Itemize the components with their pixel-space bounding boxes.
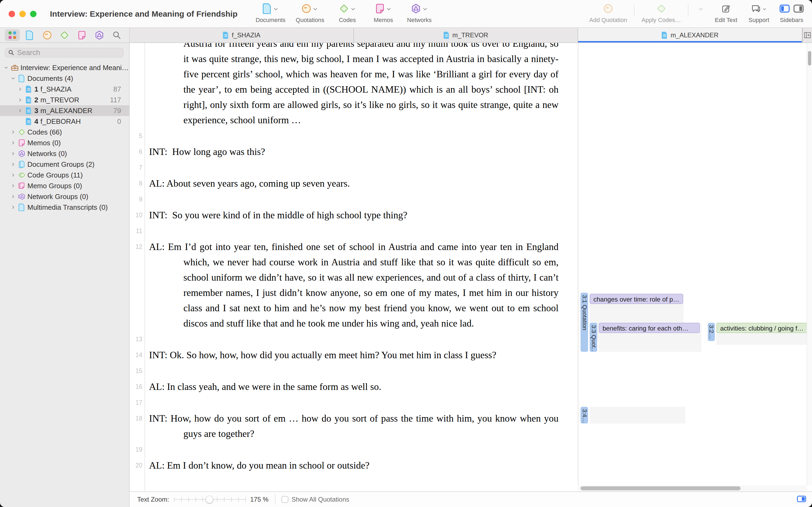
paragraph: 10INT: So you were kind of in the middle… [130, 208, 578, 223]
tab-label: m_ALEXANDER [671, 32, 718, 39]
memos-sidebar-tab-button[interactable] [74, 29, 90, 41]
document-group-icon [17, 161, 27, 168]
memos-button-label: Memos [374, 17, 393, 23]
split-view-button[interactable] [802, 28, 812, 43]
tree-item-memo-groups[interactable]: Memo Groups (0) [0, 180, 129, 191]
tree-item-document-groups[interactable]: Document Groups (2) [0, 159, 129, 170]
document-text-icon [661, 32, 668, 39]
show-all-quotations-checkbox[interactable] [281, 496, 288, 503]
tree-item-networks[interactable]: Networks (0) [0, 148, 129, 159]
quotation-count: 117 [110, 96, 129, 104]
split-editor-icon [803, 31, 811, 39]
vertical-scrollbar-thumb[interactable] [808, 51, 811, 65]
toolbar: Interview: Experience and Meaning of Fri… [0, 0, 812, 28]
code-diamond-icon [339, 3, 349, 15]
quotation-icon: ” [43, 31, 52, 40]
tab-f-shazia[interactable]: f_SHAZIA [130, 28, 354, 43]
paragraph: 7 [130, 160, 578, 175]
right-sidebar-toggle[interactable] [794, 5, 804, 14]
documents-button-label: Documents [255, 17, 285, 23]
doc-number: 4 [35, 117, 38, 126]
svg-text:”: ” [45, 32, 48, 39]
left-sidebar-toggle[interactable] [779, 5, 790, 14]
tab-m-trevor[interactable]: m_TREVOR [354, 28, 578, 43]
tree-item-code-groups[interactable]: Code Groups (11) [0, 170, 129, 180]
documents-sidebar-tab-button[interactable] [22, 29, 37, 41]
tab-m-alexander[interactable]: m_ALEXANDER [578, 28, 802, 43]
paragraph: 12AL: Em I’d got into year ten, finished… [130, 239, 578, 331]
chevron-right-icon [11, 183, 15, 188]
quotations-sidebar-tab-button[interactable]: ” [40, 29, 55, 41]
doc-name: f_DEBORAH [40, 117, 80, 126]
codes-button[interactable]: Codes [335, 2, 360, 23]
add-quotation-button[interactable]: ” Add Quotation [589, 2, 627, 23]
tree-item-doc-2[interactable]: 2 m_TREVOR 117 [0, 95, 129, 105]
apply-codes-button[interactable]: Apply Codes… [641, 2, 681, 23]
search-input[interactable] [17, 48, 120, 57]
codes-sidebar-tab-button[interactable] [57, 29, 72, 41]
tab-strip: ” f_SHAZIA m_TREVOR [0, 28, 812, 43]
toolbar-right-group: ” Add Quotation Apply Codes… [589, 2, 805, 23]
quotations-button-label: Quotations [296, 17, 324, 23]
chevron-down-icon [422, 6, 428, 12]
sidebars-button: Sidebars [779, 2, 805, 23]
show-all-quotations-label: Show All Quotations [292, 496, 349, 503]
edit-text-button[interactable]: Edit Text [713, 2, 739, 23]
tree-item-doc-4[interactable]: 4 f_DEBORAH 0 [0, 116, 129, 127]
document-icon [26, 30, 34, 40]
quotations-button[interactable]: ” Quotations [296, 2, 324, 23]
memos-button[interactable]: Memos [370, 2, 396, 23]
chevron-down-icon [273, 6, 279, 12]
tree-item-project[interactable]: Interview: Experience and Meaning… [0, 62, 129, 73]
horizontal-scrollbar-thumb[interactable] [581, 486, 741, 490]
code-label-changes-over-time[interactable]: changes over time: role of p… [590, 294, 683, 304]
toolbar-separator [688, 4, 689, 16]
networks-sidebar-tab-button[interactable] [92, 29, 107, 41]
paragraph: 8AL: About seven years ago, coming up se… [130, 176, 578, 191]
paragraph: 13 [130, 332, 578, 347]
chevron-right-icon [11, 194, 15, 199]
tree-item-codes[interactable]: Codes (66) [0, 127, 129, 137]
document-text-icon [223, 32, 229, 39]
network-icon [95, 30, 104, 40]
project-explorer-tab-button[interactable] [5, 29, 20, 41]
project-explorer-sidebar: Interview: Experience and Meaning… Docum… [0, 43, 130, 507]
toolbar-left-group: Documents ” Quotations Codes [255, 2, 432, 23]
slider-knob[interactable] [206, 496, 213, 503]
tree-item-label: Multimedia Transcripts (0) [27, 203, 108, 212]
search-sidebar-tab-button[interactable] [109, 29, 124, 41]
doc-number: 1 [35, 85, 38, 94]
documents-button[interactable]: Documents [255, 2, 285, 23]
zoom-window-button[interactable] [30, 11, 37, 17]
document-icon [263, 3, 272, 15]
paragraph: Austria for fifteen years and em my pare… [130, 43, 578, 128]
apply-codes-dropdown-button[interactable] [695, 2, 706, 23]
quotation-bar-3-4[interactable]: 3:4… [581, 407, 588, 424]
tree-item-documents[interactable]: Documents (4) [0, 73, 129, 84]
tree-item-doc-1[interactable]: 1 f_SHAZIA 87 [0, 84, 129, 95]
doc-number: 3 [35, 107, 38, 115]
text-zoom-slider[interactable] [174, 496, 246, 504]
paragraph: 18INT: How, how do you sort of em … how … [130, 411, 578, 442]
chevron-down-icon [11, 76, 15, 81]
codes-button-label: Codes [339, 17, 356, 23]
code-label-activities-clubbing[interactable]: activities: clubbing / going f… [716, 323, 809, 333]
tree-item-multimedia-transcripts[interactable]: Multimedia Transcripts (0) [0, 202, 129, 213]
tree-item-doc-3-selected[interactable]: 3 m_ALEXANDER 79 [0, 105, 129, 116]
quotation-bar-3-1[interactable]: 3:1 Quotation [581, 293, 588, 352]
networks-button[interactable]: Networks [407, 2, 432, 23]
code-label-benefits-caring[interactable]: benefits: caring for each oth… [599, 323, 700, 333]
tree-item-network-groups[interactable]: Network Groups (0) [0, 191, 129, 202]
tab-label: m_TREVOR [453, 32, 488, 39]
quotation-bar-3-3[interactable]: 3:3 Quot… [590, 323, 597, 352]
quotation-bar-3-2[interactable]: 3:2… [708, 323, 715, 341]
close-window-button[interactable] [9, 11, 15, 17]
margin-panel-toggle-icon[interactable] [797, 496, 806, 502]
tree-item-memos[interactable]: Memos (0) [0, 137, 129, 148]
tree-item-label: Codes (66) [27, 128, 62, 136]
support-button[interactable]: Support [746, 2, 772, 23]
project-tree: Interview: Experience and Meaning… Docum… [0, 62, 129, 213]
project-explorer-icon [7, 30, 17, 40]
minimize-window-button[interactable] [19, 11, 26, 17]
code-diamond-icon [17, 128, 27, 136]
